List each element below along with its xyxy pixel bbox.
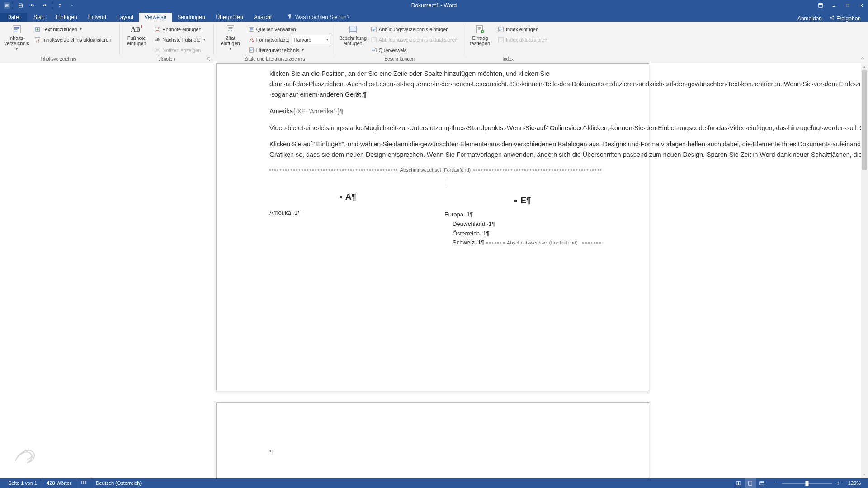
insert-tof-button[interactable]: Abbildungsverzeichnis einfügen (369, 24, 459, 34)
add-text-button[interactable]: Text hinzufügen ▾ (33, 24, 113, 34)
insert-footnote-button[interactable]: AB1 Fußnote einfügen (123, 23, 150, 56)
status-language[interactable]: Deutsch (Österreich) (91, 478, 146, 488)
style-selector[interactable]: Formatvorlage: Harvard ▾ (246, 35, 332, 44)
index-columns[interactable]: A¶ Amerika··1¶ E¶ Europa··1¶ Deutschland… (269, 190, 601, 248)
insert-caption-button[interactable]: Beschriftung einfügen (340, 23, 366, 56)
scroll-thumb[interactable] (862, 70, 867, 170)
style-dropdown[interactable]: Harvard ▾ (292, 35, 330, 44)
status-page[interactable]: Seite 1 von 1 (4, 478, 42, 488)
insert-index-label: Index einfügen (506, 27, 538, 32)
caption-icon (348, 24, 358, 34)
svg-rect-29 (499, 37, 504, 42)
crossref-label: Querverweis (379, 47, 407, 53)
qat-customize-button[interactable] (67, 1, 77, 10)
tab-einfuegen[interactable]: Einfügen (50, 13, 82, 22)
minimize-button[interactable] (827, 0, 841, 11)
group-footnotes: AB1 Fußnote einfügen i Endnote einfügen … (120, 22, 213, 63)
touch-mode-button[interactable] (55, 1, 65, 10)
tab-start[interactable]: Start (28, 13, 50, 22)
save-button[interactable] (16, 1, 26, 10)
insert-footnote-label: Fußnote einfügen (127, 35, 146, 46)
svg-rect-22 (349, 32, 356, 33)
ribbon-display-options-button[interactable] (814, 0, 827, 11)
page-2-content[interactable]: ¶ (269, 448, 273, 455)
scroll-up-button[interactable] (861, 63, 868, 70)
web-layout-button[interactable] (757, 478, 768, 488)
tab-verweise[interactable]: Verweise (139, 13, 172, 22)
show-notes-button: Notizen anzeigen (152, 45, 207, 55)
quick-access-toolbar (0, 1, 77, 10)
footnotes-dialog-launcher[interactable] (206, 56, 212, 62)
word-icon (4, 2, 10, 9)
undo-button[interactable] (28, 1, 38, 10)
document-area[interactable]: klicken Sie an die Position, an der Sie … (0, 63, 868, 478)
chevron-down-icon: ▾ (80, 27, 82, 31)
tab-ueberpruefen[interactable]: Überprüfen (211, 13, 249, 22)
insert-citation-button[interactable]: Zitat einfügen ▾ (217, 23, 244, 56)
read-mode-button[interactable] (733, 478, 744, 488)
svg-rect-31 (760, 481, 764, 484)
endnote-icon: i (154, 26, 160, 33)
status-words[interactable]: 428 Wörter (42, 478, 76, 488)
print-layout-button[interactable] (745, 478, 756, 488)
tab-entwurf[interactable]: Entwurf (83, 13, 112, 22)
redo-button[interactable] (39, 1, 49, 10)
bibliography-button[interactable]: Literaturverzeichnis ▾ (246, 45, 332, 55)
svg-rect-6 (846, 4, 849, 7)
title-bar: Dokument1 - Word (0, 0, 868, 11)
ribbon-tabs: Datei Start Einfügen Entwurf Layout Verw… (0, 11, 868, 22)
vertical-scrollbar[interactable] (861, 63, 868, 478)
group-index-label: Index (467, 56, 549, 63)
group-index: Eintrag festlegen Index einfügen Index a… (463, 22, 553, 63)
tab-ansicht[interactable]: Ansicht (249, 13, 277, 22)
mark-entry-icon (475, 24, 485, 34)
next-footnote-button[interactable]: AB Nächste Fußnote ▾ (152, 35, 207, 44)
crossref-button[interactable]: Querverweis (369, 45, 459, 55)
svg-rect-30 (749, 481, 752, 485)
zoom-in-button[interactable]: + (835, 479, 842, 487)
window-title: Dokument1 - Word (411, 2, 457, 9)
tab-sendungen[interactable]: Sendungen (172, 13, 210, 22)
update-toc-button[interactable]: Inhaltsverzeichnis aktualisieren (33, 35, 113, 44)
manage-sources-button[interactable]: Quellen verwalten (246, 24, 332, 34)
tab-layout[interactable]: Layout (112, 13, 139, 22)
insert-caption-label: Beschriftung einfügen (339, 35, 367, 46)
zoom-slider[interactable] (782, 483, 832, 484)
toc-button[interactable]: Inhalts- verzeichnis ▾ (4, 23, 30, 56)
index-column-a[interactable]: A¶ Amerika··1¶ (269, 190, 426, 248)
collapse-ribbon-button[interactable] (859, 55, 866, 62)
refresh-icon (498, 37, 504, 43)
zoom-out-button[interactable]: − (772, 479, 779, 487)
paragraph-index-entry[interactable]: Amerika{·XE·"Amerika"·}¶ (269, 106, 595, 117)
section-break: Abschnittswechsel (Fortlaufend) (269, 166, 601, 174)
svg-point-8 (830, 17, 831, 19)
svg-text:AB: AB (155, 38, 160, 41)
tab-file[interactable]: Datei (0, 13, 27, 22)
status-proofing[interactable] (76, 478, 91, 488)
paragraph[interactable]: Klicken·Sie·auf·"Einfügen",·und·wählen·S… (269, 139, 595, 160)
insert-index-button[interactable]: Index einfügen (496, 24, 549, 34)
paragraph[interactable]: klicken Sie an die Position, an der Sie … (269, 69, 595, 100)
insert-endnote-button[interactable]: i Endnote einfügen (152, 24, 207, 34)
svg-rect-13 (155, 27, 160, 32)
zoom-knob[interactable] (805, 481, 808, 486)
mark-entry-button[interactable]: Eintrag festlegen (467, 23, 493, 56)
svg-rect-7 (289, 18, 290, 19)
scroll-down-button[interactable] (861, 471, 868, 478)
update-tof-button: Abbildungsverzeichnis aktualisieren (369, 35, 459, 44)
svg-point-9 (832, 16, 834, 17)
maximize-button[interactable] (841, 0, 854, 11)
index-column-e[interactable]: E¶ Europa··1¶ Deutschland··1¶ Österreich… (444, 190, 601, 248)
paragraph[interactable]: Video·bietet·eine·leistungsstarke·Möglic… (269, 123, 595, 133)
share-button[interactable]: Freigeben (829, 15, 861, 22)
document-content[interactable]: klicken Sie an die Position, an der Sie … (269, 63, 595, 248)
manage-sources-icon (248, 26, 255, 33)
ribbon: Inhalts- verzeichnis ▾ Text hinzufügen ▾… (0, 22, 868, 63)
close-button[interactable] (854, 0, 868, 11)
style-label: Formatvorlage: (256, 37, 290, 42)
chevron-down-icon: ▾ (230, 47, 231, 51)
tell-me[interactable]: Was möchten Sie tun? (283, 12, 354, 22)
sign-in-link[interactable]: Anmelden (797, 15, 822, 22)
chevron-down-icon: ▾ (16, 47, 18, 51)
zoom-level[interactable]: 120% (844, 480, 864, 486)
